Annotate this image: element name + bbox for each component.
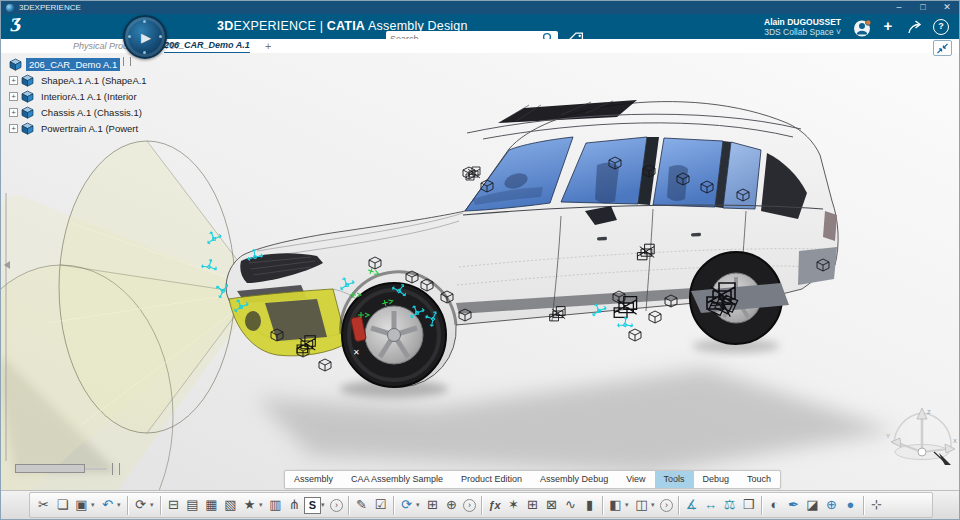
tab-touch[interactable]: Touch bbox=[738, 471, 780, 488]
apply-material-icon[interactable]: ● bbox=[841, 495, 860, 515]
tail-lamp bbox=[823, 211, 837, 241]
application-window: 3DEXPERIENCE – □ ✕ Ʒ 3DEXPERIENCE | CATI… bbox=[0, 0, 960, 520]
engineering-table-icon[interactable]: ⊠ bbox=[542, 495, 561, 515]
exploded-view-dropdown-icon[interactable]: ▾ bbox=[651, 501, 658, 509]
refresh-dropdown-icon[interactable]: ▾ bbox=[416, 501, 423, 509]
eraser-icon[interactable]: ◪ bbox=[803, 495, 822, 515]
chevron-down-icon[interactable]: ˅ bbox=[836, 27, 841, 37]
wand-icon[interactable]: ✶ bbox=[504, 495, 523, 515]
product-structure-icon[interactable]: ⊞ bbox=[423, 495, 442, 515]
pipette-icon[interactable]: ✒ bbox=[784, 495, 803, 515]
compass-x-label: X bbox=[953, 438, 957, 444]
toolbar-separator bbox=[678, 496, 679, 515]
catalog-browser-icon[interactable]: ⊕ bbox=[442, 495, 461, 515]
update-icon[interactable]: ⟳ bbox=[131, 495, 150, 515]
section-view-dropdown-icon[interactable]: ▾ bbox=[625, 501, 632, 509]
tree-expander-icon[interactable]: + bbox=[9, 108, 18, 117]
more-view-icon[interactable]: › bbox=[660, 499, 673, 512]
new-tab-button[interactable]: + bbox=[265, 40, 271, 52]
knowledge-book-icon[interactable]: ▮ bbox=[580, 495, 599, 515]
model-tree: 206_CAR_Demo A.1+ ShapeA.1 A.1 (ShapeA.1… bbox=[9, 56, 150, 136]
3ds-logo: Ʒ bbox=[8, 14, 21, 35]
share-icon[interactable] bbox=[907, 20, 923, 34]
notebook-icon[interactable]: ▥ bbox=[266, 495, 285, 515]
measure-between-icon[interactable]: ↔ bbox=[701, 495, 720, 515]
close-button[interactable]: ✕ bbox=[935, 1, 959, 14]
compass-z-label: Z bbox=[927, 409, 931, 415]
tab-view[interactable]: View bbox=[617, 471, 654, 488]
report-generator-icon[interactable]: ▧ bbox=[221, 495, 240, 515]
spline-curve-icon[interactable]: ∿ bbox=[561, 495, 580, 515]
measure-item-icon[interactable]: ∡ bbox=[682, 495, 701, 515]
annotate-wand-icon[interactable]: ✎ bbox=[352, 495, 371, 515]
tree-item-interiora-1-a-1-interior[interactable]: + InteriorA.1 A.1 (Interior bbox=[9, 88, 150, 104]
section-view-icon[interactable]: ◧ bbox=[606, 495, 625, 515]
tree-item-label: Chassis A.1 (Chassis.1) bbox=[38, 106, 145, 119]
more-structure-icon[interactable]: › bbox=[463, 499, 476, 512]
minimize-button[interactable]: – bbox=[887, 1, 911, 14]
undo-dropdown-icon[interactable]: ▾ bbox=[117, 501, 124, 509]
s-commands-icon[interactable]: S bbox=[304, 497, 321, 514]
clipping-box-icon[interactable]: ❒ bbox=[739, 495, 758, 515]
slider-handle-icon[interactable] bbox=[112, 463, 120, 475]
favorites-heart-icon[interactable]: ♡ bbox=[667, 471, 677, 484]
part-cube-icon bbox=[21, 122, 34, 135]
compass-mark-east bbox=[159, 35, 162, 38]
tree-expander-icon[interactable]: + bbox=[9, 124, 18, 133]
app-icon bbox=[6, 4, 14, 12]
s-commands-dropdown-icon[interactable]: ▾ bbox=[321, 501, 328, 509]
tree-item-chassis-a-1-chassis-1[interactable]: + Chassis A.1 (Chassis.1) bbox=[9, 104, 150, 120]
tree-item-label: Powertrain A.1 (Powert bbox=[38, 122, 141, 135]
tab-debug[interactable]: Debug bbox=[694, 471, 739, 488]
add-material-icon[interactable]: ⊕ bbox=[822, 495, 841, 515]
cut-icon[interactable]: ✂ bbox=[34, 495, 53, 515]
tree-item-powertrain-a-1-powert[interactable]: + Powertrain A.1 (Powert bbox=[9, 120, 150, 136]
ambience-slider[interactable] bbox=[15, 463, 119, 475]
update-dropdown-icon[interactable]: ▾ bbox=[150, 501, 157, 509]
exploded-view-icon[interactable]: ◫ bbox=[632, 495, 651, 515]
viewport-maximize-button[interactable] bbox=[933, 40, 952, 56]
favorites-icon[interactable]: ★ bbox=[240, 495, 259, 515]
media-player-icon[interactable]: ▦ bbox=[202, 495, 221, 515]
door-handle-rear bbox=[691, 233, 701, 237]
slider-fill[interactable] bbox=[15, 464, 85, 473]
more-commands-icon[interactable]: › bbox=[330, 499, 343, 512]
print-icon[interactable]: ⊟ bbox=[164, 495, 183, 515]
help-icon[interactable]: ? bbox=[933, 19, 949, 35]
restore-button[interactable]: □ bbox=[911, 1, 935, 14]
design-table-icon[interactable]: ⊞ bbox=[523, 495, 542, 515]
tree-expander-icon[interactable]: + bbox=[9, 92, 18, 101]
user-info[interactable]: Alain DUGOUSSET 3DS Collab Space ˅ bbox=[764, 17, 841, 37]
part-cube-icon bbox=[9, 58, 22, 71]
hide-show-icon[interactable]: ◐ bbox=[765, 495, 784, 515]
copy-icon[interactable]: ❏ bbox=[53, 495, 72, 515]
paste-dropdown-icon[interactable]: ▾ bbox=[91, 501, 98, 509]
mass-properties-icon[interactable]: ⚖ bbox=[720, 495, 739, 515]
compass-y-label: Y bbox=[886, 433, 890, 439]
tree-expander-icon[interactable]: + bbox=[9, 76, 18, 85]
paste-icon[interactable]: ▣ bbox=[72, 495, 91, 515]
toolbar-separator bbox=[863, 496, 864, 515]
export-list-icon[interactable]: ▤ bbox=[183, 495, 202, 515]
undo-icon[interactable]: ↶ bbox=[98, 495, 117, 515]
tree-item-shapea-1-a-1-shapea-1[interactable]: + ShapeA.1 A.1 (ShapeA.1 bbox=[9, 72, 150, 88]
part-cube-icon bbox=[21, 106, 34, 119]
tab-product-edition[interactable]: Product Edition bbox=[452, 471, 531, 488]
toolbar-separator bbox=[761, 496, 762, 515]
user-name: Alain DUGOUSSET bbox=[764, 17, 841, 27]
compass-mark-west bbox=[128, 35, 131, 38]
add-content-button[interactable]: + bbox=[879, 17, 897, 34]
share-network-icon[interactable]: ⋔ bbox=[285, 495, 304, 515]
play-compass-button[interactable]: ▶ bbox=[123, 15, 167, 59]
validate-check-icon[interactable]: ☑ bbox=[371, 495, 390, 515]
user-avatar[interactable] bbox=[853, 19, 871, 37]
tab-caa-assembly-sample[interactable]: CAA Assembly Sample bbox=[342, 471, 452, 488]
formula-icon[interactable]: ƒx bbox=[485, 495, 504, 515]
tab-assembly[interactable]: Assembly bbox=[285, 471, 342, 488]
part-cube-icon bbox=[21, 90, 34, 103]
tab-assembly-debug[interactable]: Assembly Debug bbox=[531, 471, 617, 488]
manikin-axis-icon[interactable]: ⊹ bbox=[867, 495, 886, 515]
refresh-icon[interactable]: ⟳ bbox=[397, 495, 416, 515]
tree-resize-handle[interactable] bbox=[123, 57, 131, 66]
favorites-dropdown-icon[interactable]: ▾ bbox=[259, 501, 266, 509]
